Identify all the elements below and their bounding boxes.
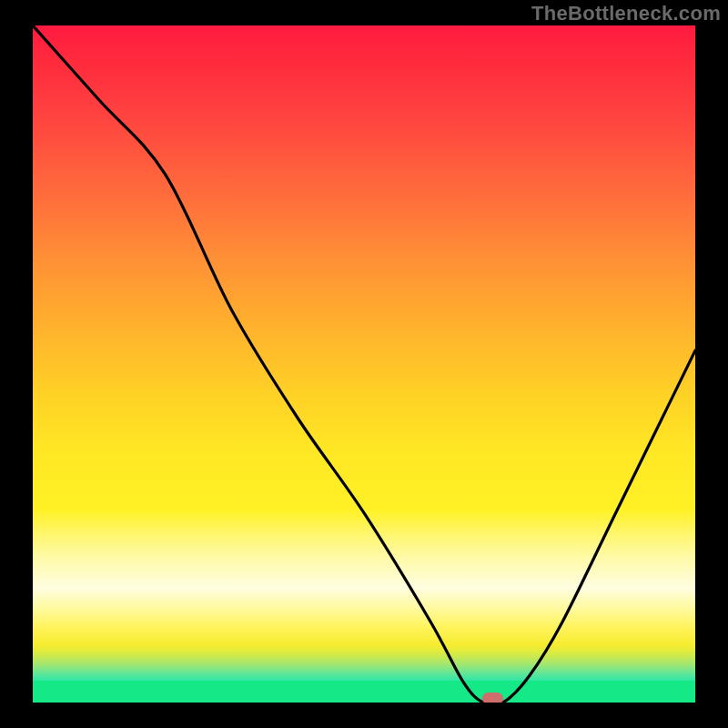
minimum-marker	[482, 693, 503, 703]
chart-frame: TheBottleneck.com	[0, 0, 728, 728]
watermark-label: TheBottleneck.com	[531, 2, 721, 25]
bottleneck-curve	[33, 25, 695, 703]
plot-area	[33, 25, 695, 703]
curve-path	[33, 25, 695, 703]
